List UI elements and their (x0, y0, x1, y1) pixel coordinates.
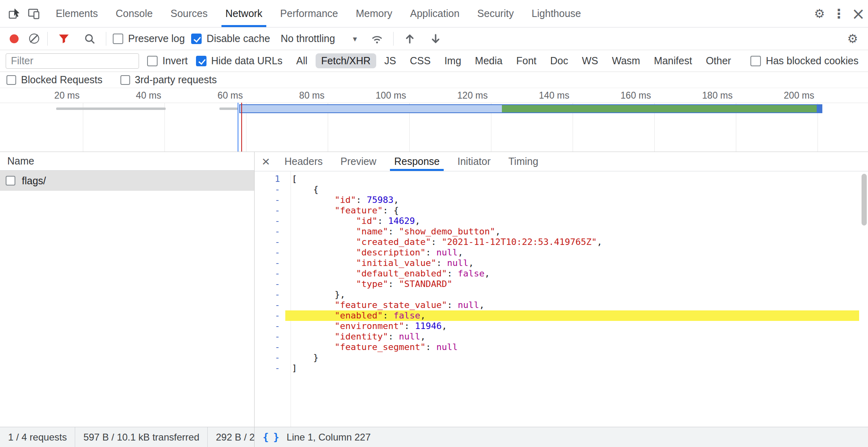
filter-type-all[interactable]: All (291, 53, 313, 68)
network-overview-timeline[interactable]: 20 ms40 ms60 ms80 ms100 ms120 ms140 ms16… (0, 88, 868, 152)
domcontentloaded-event-line (238, 103, 238, 152)
details-tab-headers[interactable]: Headers (276, 152, 332, 171)
preserve-log-checkbox[interactable]: Preserve log (113, 33, 185, 44)
code-token: false (394, 310, 420, 320)
code-token: { (313, 184, 318, 194)
chevron-down-icon: ▾ (353, 34, 357, 44)
overview-resource-bar (56, 108, 166, 110)
tab-console[interactable]: Console (107, 0, 162, 27)
timeline-tick-label: 120 ms (457, 90, 488, 101)
tabbar-spacer (590, 0, 810, 27)
filter-type-js[interactable]: JS (379, 53, 402, 68)
gutter-marker: - (255, 321, 285, 331)
code-line-text: "id": 75983, (285, 195, 859, 205)
invert-checkbox-box[interactable] (147, 56, 158, 66)
gutter-marker: - (255, 226, 285, 237)
pretty-print-icon[interactable]: { } (263, 431, 278, 443)
more-options-icon[interactable]: ⋮ (829, 0, 849, 27)
import-har-button[interactable] (400, 33, 419, 45)
tab-sources[interactable]: Sources (162, 0, 217, 27)
scrollbar-thumb[interactable] (862, 174, 867, 226)
gutter-marker: - (255, 363, 285, 373)
hide-data-urls-checkbox-box[interactable] (196, 56, 206, 66)
tab-network[interactable]: Network (217, 0, 272, 27)
export-har-button[interactable] (426, 33, 445, 45)
third-party-requests-checkbox[interactable]: 3rd-party requests (120, 74, 217, 86)
device-toolbar-button[interactable] (24, 0, 44, 27)
gutter-marker: - (255, 258, 285, 268)
close-details-icon[interactable]: × (256, 152, 276, 171)
invert-checkbox[interactable]: Invert (147, 55, 188, 67)
filter-type-font[interactable]: Font (510, 53, 542, 68)
code-line-text: "initial_value": null, (285, 258, 859, 268)
scrollbar[interactable] (861, 173, 868, 425)
throttling-dropdown[interactable]: No throttling ▾ (276, 33, 361, 44)
load-event-line (241, 103, 242, 152)
tab-performance[interactable]: Performance (271, 0, 347, 27)
request-row-flags[interactable]: flags/ (0, 171, 254, 191)
tab-application[interactable]: Application (401, 0, 468, 27)
code-line-text: "enabled": false, (285, 310, 859, 321)
filter-input[interactable] (6, 53, 139, 69)
filter-toggle-button[interactable] (54, 33, 74, 45)
network-filter-bar: Invert Hide data URLs AllFetch/XHRJSCSSI… (0, 50, 868, 72)
code-line-text: "identity": null, (285, 331, 859, 342)
details-tab-timing[interactable]: Timing (499, 152, 547, 171)
filter-type-img[interactable]: Img (439, 53, 467, 68)
column-header-name[interactable]: Name (0, 152, 254, 171)
tab-lighthouse[interactable]: Lighthouse (522, 0, 590, 27)
close-devtools-icon[interactable]: × (849, 0, 868, 27)
filter-type-wasm[interactable]: Wasm (606, 53, 646, 68)
blocked-requests-checkbox-box[interactable] (6, 75, 16, 85)
details-tab-preview[interactable]: Preview (332, 152, 386, 171)
inspect-element-button[interactable] (5, 0, 24, 27)
details-tab-response[interactable]: Response (385, 152, 449, 171)
filter-type-doc[interactable]: Doc (544, 53, 573, 68)
filter-type-fetch-xhr[interactable]: Fetch/XHR (316, 53, 376, 68)
code-token: "initial_value" (356, 258, 436, 268)
code-token: , (458, 247, 463, 257)
code-token: : (388, 331, 399, 342)
timeline-gridline (83, 103, 83, 152)
transferred-size-status: 597 B / 10.1 kB transferred (75, 432, 207, 443)
code-token: "description" (356, 247, 426, 257)
code-token: , (394, 195, 399, 205)
record-network-log-button[interactable] (10, 34, 19, 43)
filter-type-css[interactable]: CSS (404, 53, 436, 68)
devtools-window: ElementsConsoleSourcesNetworkPerformance… (0, 0, 868, 447)
details-tab-initiator[interactable]: Initiator (449, 152, 499, 171)
clear-network-log-button[interactable] (29, 34, 39, 44)
blocked-requests-checkbox[interactable]: Blocked Requests (6, 74, 103, 86)
hide-data-urls-checkbox[interactable]: Hide data URLs (196, 55, 282, 67)
tab-security[interactable]: Security (468, 0, 522, 27)
tab-elements[interactable]: Elements (47, 0, 107, 27)
request-row-checkbox[interactable] (6, 176, 15, 186)
code-token: null (458, 300, 479, 310)
network-conditions-button[interactable] (367, 32, 387, 45)
code-line-text: "default_enabled": false, (285, 268, 859, 279)
code-line: -}, (255, 289, 859, 300)
code-token: , (420, 310, 426, 320)
code-token: "2021-11-12T10:22:53.419765Z" (442, 237, 597, 247)
settings-gear-icon[interactable]: ⚙ (810, 0, 829, 27)
filter-type-other[interactable]: Other (700, 53, 737, 68)
panel-tabs: ElementsConsoleSourcesNetworkPerformance… (47, 0, 590, 27)
preserve-log-checkbox-box[interactable] (113, 34, 123, 44)
has-blocked-cookies-checkbox-box[interactable] (750, 56, 761, 66)
filter-type-ws[interactable]: WS (576, 53, 604, 68)
has-blocked-cookies-checkbox[interactable]: Has blocked cookies (750, 55, 858, 67)
filter-type-manifest[interactable]: Manifest (648, 53, 697, 68)
details-tabs: HeadersPreviewResponseInitiatorTiming (276, 152, 547, 171)
network-settings-gear-icon[interactable]: ⚙ (843, 32, 862, 46)
disable-cache-checkbox[interactable]: Disable cache (191, 33, 270, 44)
response-body-view[interactable]: 1[-{-"id": 75983,-"feature": {-"id": 146… (255, 171, 868, 427)
request-bar-end-cap (817, 105, 822, 112)
search-button[interactable] (80, 33, 99, 45)
code-line-text: "type": "STANDARD" (285, 279, 859, 289)
resource-type-filter-chips: AllFetch/XHRJSCSSImgMediaFontDocWSWasmMa… (291, 53, 737, 68)
tab-memory[interactable]: Memory (347, 0, 401, 27)
disable-cache-checkbox-box[interactable] (191, 34, 202, 44)
third-party-requests-checkbox-box[interactable] (120, 75, 130, 85)
code-token: : (447, 268, 458, 278)
filter-type-media[interactable]: Media (469, 53, 508, 68)
